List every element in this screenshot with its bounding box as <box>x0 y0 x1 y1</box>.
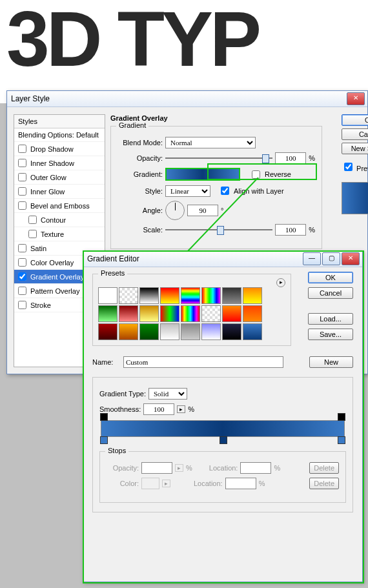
new-style-button[interactable]: New Style... <box>342 143 368 154</box>
stop-location-input <box>240 462 271 474</box>
preset-swatch[interactable] <box>201 287 221 304</box>
style-checkbox[interactable] <box>18 244 26 252</box>
new-gradient-button[interactable]: New <box>309 356 353 368</box>
preset-swatch[interactable] <box>139 305 159 322</box>
stop-opacity-input <box>141 462 172 474</box>
style-checkbox[interactable] <box>28 230 37 238</box>
artwork-text: 3D TYP3D TYP <box>6 0 258 77</box>
preset-swatch[interactable] <box>119 287 138 304</box>
ok-button[interactable]: OK <box>308 272 353 283</box>
stop-color-swatch <box>141 478 159 489</box>
style-checkbox[interactable] <box>18 272 26 281</box>
smoothness-input[interactable] <box>143 403 174 415</box>
chevron-down-icon[interactable]: ▸ <box>177 405 185 413</box>
presets-menu-icon[interactable]: ▸ <box>276 278 285 287</box>
preset-swatch[interactable] <box>98 323 118 340</box>
opacity-slider[interactable] <box>165 154 272 163</box>
preview-swatch <box>342 182 368 214</box>
style-checkbox[interactable] <box>18 301 26 309</box>
delete-stop-button: Delete <box>309 462 339 474</box>
blend-mode-select[interactable]: Normal <box>165 137 256 148</box>
style-checkbox[interactable] <box>18 201 26 210</box>
align-checkbox[interactable] <box>221 187 229 195</box>
preset-swatch[interactable] <box>160 305 179 322</box>
style-item[interactable]: Inner Shadow <box>14 156 105 170</box>
style-checkbox[interactable] <box>28 216 37 224</box>
gradient-bar[interactable] <box>101 420 345 437</box>
opacity-stop[interactable] <box>338 413 345 421</box>
preset-swatch[interactable] <box>98 305 118 322</box>
opacity-input[interactable] <box>275 152 306 164</box>
preset-swatch[interactable] <box>201 323 221 340</box>
preset-swatch[interactable] <box>160 323 179 340</box>
cancel-button[interactable]: Cancel <box>342 128 368 140</box>
opacity-stop[interactable] <box>100 413 108 421</box>
style-item[interactable]: Inner Glow <box>14 185 105 199</box>
preset-swatch[interactable] <box>243 323 262 340</box>
preset-swatch[interactable] <box>119 323 138 340</box>
styles-header[interactable]: Styles <box>14 115 105 128</box>
preset-swatch[interactable] <box>222 305 241 322</box>
preset-swatch[interactable] <box>222 287 241 304</box>
preset-swatch[interactable] <box>243 305 262 322</box>
preset-swatch[interactable] <box>181 323 200 340</box>
preset-swatch[interactable] <box>139 287 159 304</box>
style-checkbox[interactable] <box>18 173 26 181</box>
cancel-button[interactable]: Cancel <box>308 287 353 299</box>
layer-style-buttons: OK Cancel New Style... Preview <box>342 114 368 214</box>
preset-swatch[interactable] <box>201 305 221 322</box>
style-item[interactable]: Texture <box>14 227 105 241</box>
close-icon[interactable]: ✕ <box>342 252 360 265</box>
gradient-name-input[interactable] <box>123 356 283 368</box>
color-stop[interactable] <box>100 436 108 444</box>
angle-dial[interactable] <box>165 201 185 220</box>
style-checkbox[interactable] <box>18 159 26 167</box>
style-checkbox[interactable] <box>18 258 26 267</box>
preset-swatch[interactable] <box>222 323 241 340</box>
style-checkbox[interactable] <box>18 287 26 295</box>
gradient-style-select[interactable]: Linear <box>165 185 210 197</box>
maximize-icon[interactable]: ▢ <box>322 252 340 265</box>
gradient-overlay-panel: Gradient Overlay Gradient Blend Mode: No… <box>110 114 322 249</box>
style-item[interactable]: Drop Shadow <box>14 142 105 156</box>
ok-button[interactable]: OK <box>342 114 368 126</box>
color-stop[interactable] <box>220 436 227 444</box>
blending-options-item[interactable]: Blending Options: Default <box>14 128 105 142</box>
group-label: Gradient <box>116 121 148 129</box>
stop-location-input <box>225 478 256 489</box>
preset-swatch[interactable] <box>181 305 200 322</box>
load-button[interactable]: Load... <box>308 313 353 325</box>
angle-input[interactable] <box>187 205 218 216</box>
minimize-icon[interactable]: — <box>303 252 321 265</box>
style-item[interactable]: Outer Glow <box>14 170 105 185</box>
preset-swatch[interactable] <box>98 287 118 304</box>
canvas-background: 3D TYP3D TYP <box>0 0 368 103</box>
layer-style-titlebar[interactable]: Layer Style <box>7 91 367 107</box>
save-button[interactable]: Save... <box>308 329 353 340</box>
gradient-type-select[interactable]: Solid <box>148 388 187 400</box>
preset-swatch[interactable] <box>119 305 138 322</box>
style-checkbox[interactable] <box>18 187 26 196</box>
reverse-checkbox[interactable] <box>252 170 260 179</box>
stops-label: Stops <box>105 447 128 454</box>
gradient-picker[interactable] <box>165 168 240 181</box>
preset-swatch[interactable] <box>243 287 262 304</box>
style-item[interactable]: Bevel and Emboss <box>14 199 105 213</box>
style-checkbox[interactable] <box>18 145 26 153</box>
preset-swatch[interactable] <box>160 287 179 304</box>
style-item[interactable]: Contour <box>14 213 105 227</box>
preset-swatch[interactable] <box>181 287 200 304</box>
preview-checkbox[interactable] <box>344 163 353 171</box>
close-icon[interactable]: ✕ <box>347 92 365 105</box>
preset-swatch[interactable] <box>139 323 159 340</box>
delete-stop-button: Delete <box>309 478 339 489</box>
presets-label: Presets <box>98 269 127 277</box>
scale-slider[interactable] <box>165 225 272 234</box>
gradient-editor-window: Gradient Editor — ▢ ✕ OK Cancel Load... … <box>83 250 363 582</box>
preset-grid <box>98 287 266 340</box>
scale-input[interactable] <box>275 224 306 236</box>
color-stop[interactable] <box>338 436 345 444</box>
